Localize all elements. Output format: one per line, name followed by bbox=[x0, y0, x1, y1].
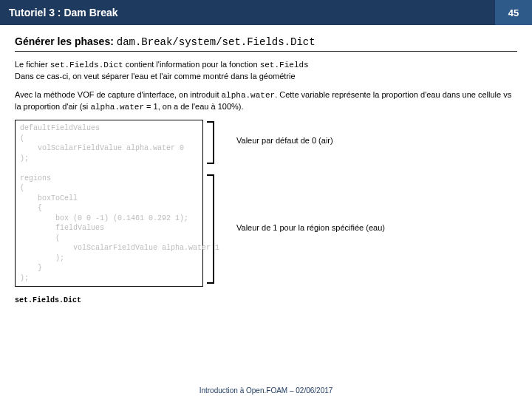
p1-t3: Dans ce cas-ci, on veut séparer l'eau et… bbox=[15, 72, 296, 81]
p1-m2: set.Fields bbox=[260, 61, 309, 69]
bracket-icon bbox=[207, 174, 214, 284]
section-heading: Générer les phases: dam.Break/system/set… bbox=[15, 35, 517, 52]
heading-path: dam.Break/system/set.Fields.Dict bbox=[117, 36, 316, 48]
bracket-icon bbox=[207, 121, 214, 164]
paragraph-2: Avec la méthode VOF de capture d'interfa… bbox=[15, 89, 517, 113]
page-number: 45 bbox=[495, 0, 532, 25]
slide-header: Tutoriel 3 : Dam Break 45 bbox=[0, 0, 532, 25]
code-diagram: defaultFieldValues ( volScalarFieldValue… bbox=[15, 120, 517, 304]
p2-t3: = 1, on a de l'eau à 100%). bbox=[144, 102, 244, 111]
paragraph-1: Le fichier set.Fields.Dict contient l'in… bbox=[15, 59, 517, 82]
slide-footer: Introduction à Open.FOAM – 02/06/2017 bbox=[0, 386, 532, 395]
code-block: defaultFieldValues ( volScalarFieldValue… bbox=[15, 120, 203, 287]
p1-t2: contient l'information pour la fonction bbox=[123, 60, 260, 69]
p2-m1: alpha.water bbox=[222, 91, 276, 100]
p1-t1: Le fichier bbox=[15, 60, 50, 69]
p1-m1: set.Fields.Dict bbox=[50, 61, 123, 69]
heading-prefix: Générer les phases: bbox=[15, 35, 117, 47]
annotation-region: Valeur de 1 pour la région spécifiée (ea… bbox=[236, 223, 385, 232]
annotation-default: Valeur par défaut de 0 (air) bbox=[236, 136, 333, 145]
p2-m2: alpha.water bbox=[90, 103, 144, 112]
code-caption: set.Fields.Dict bbox=[15, 296, 81, 304]
slide-title: Tutoriel 3 : Dam Break bbox=[0, 0, 495, 25]
p2-t1: Avec la méthode VOF de capture d'interfa… bbox=[15, 90, 222, 99]
slide-body: Générer les phases: dam.Break/system/set… bbox=[0, 25, 532, 304]
